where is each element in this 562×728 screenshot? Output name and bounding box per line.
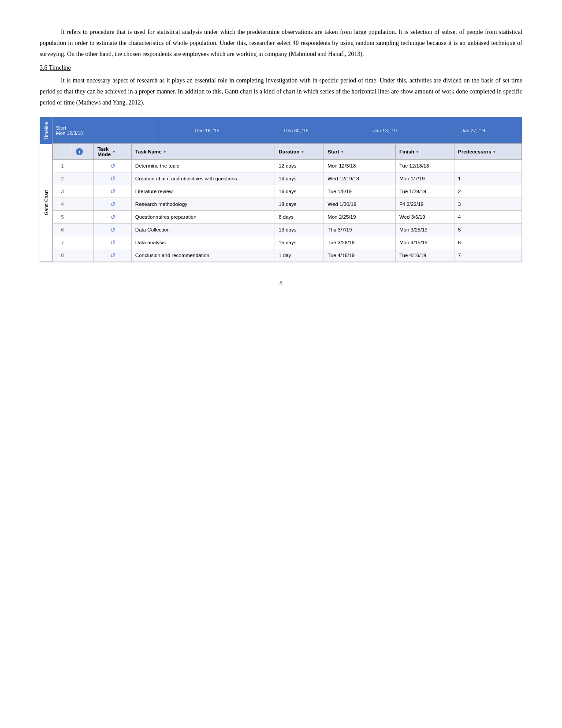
table-row: 3↺Literature review16 daysTue 1/8/19Tue …	[53, 185, 522, 198]
task-mode-icon: ↺	[94, 211, 132, 224]
duration-dropdown-arrow: ▼	[301, 150, 304, 154]
gantt-timeline-info: Start Mon 12/3/18	[52, 117, 158, 143]
task-mode-symbol: ↺	[110, 175, 115, 182]
task-mode-symbol: ↺	[110, 188, 115, 195]
gantt-table: i TaskMode ▼ Task Name ▼	[52, 144, 522, 262]
table-row: 5↺Questionnaires preparation8 daysMon 2/…	[53, 211, 522, 224]
row-info	[72, 224, 94, 236]
date-marker-2: Jan 13, '19	[373, 128, 397, 133]
task-mode-icon: ↺	[94, 224, 132, 236]
task-duration: 18 days	[275, 198, 324, 211]
task-duration: 16 days	[275, 185, 324, 198]
row-number: 4	[53, 198, 72, 211]
row-number: 2	[53, 172, 72, 185]
task-duration: 1 day	[275, 249, 324, 262]
start-dropdown-arrow: ▼	[341, 150, 344, 154]
task-finish: Tue 4/16/19	[396, 249, 454, 262]
row-number: 6	[53, 224, 72, 236]
paragraph-1: It refers to procedure that is used for …	[40, 26, 522, 60]
th-num	[53, 144, 72, 160]
task-name: Questionnaires preparation	[131, 211, 275, 224]
table-row: 8↺Conclusion and recommendation1 dayTue …	[53, 249, 522, 262]
task-start: Thu 3/7/19	[324, 224, 396, 236]
task-mode-dropdown-arrow: ▼	[112, 150, 115, 154]
th-start[interactable]: Start ▼	[324, 144, 396, 160]
row-info	[72, 172, 94, 185]
page-number: 8	[40, 280, 522, 287]
finish-dropdown-arrow: ▼	[416, 150, 419, 154]
task-mode-icon: ↺	[94, 236, 132, 249]
table-row: 4↺Research methodology18 daysWed 1/30/19…	[53, 198, 522, 211]
task-name: Literature review	[131, 185, 275, 198]
section-heading-timeline: 3.6 Timeline	[40, 64, 522, 71]
predecessors-dropdown-arrow: ▼	[493, 150, 496, 154]
table-header-row: i TaskMode ▼ Task Name ▼	[53, 144, 522, 160]
task-duration: 15 days	[275, 236, 324, 249]
task-name: Conclusion and recommendation	[131, 249, 275, 262]
date-marker-0: Dec 16, '18	[195, 128, 219, 133]
row-number: 8	[53, 249, 72, 262]
task-mode-symbol: ↺	[110, 252, 115, 259]
task-mode-symbol: ↺	[110, 213, 115, 220]
th-task-mode[interactable]: TaskMode ▼	[94, 144, 132, 160]
task-mode-icon: ↺	[94, 160, 132, 172]
info-icon: i	[76, 148, 83, 155]
task-mode-symbol: ↺	[110, 239, 115, 246]
row-number: 7	[53, 236, 72, 249]
table-row: 2↺Creation of aim and objectives with qu…	[53, 172, 522, 185]
task-predecessors: 7	[454, 249, 522, 262]
table-row: 1↺Determine the topic12 daysMon 12/3/18T…	[53, 160, 522, 172]
task-start: Tue 3/26/19	[324, 236, 396, 249]
task-mode-symbol: ↺	[110, 162, 115, 169]
task-finish: Mon 4/15/19	[396, 236, 454, 249]
task-duration: 12 days	[275, 160, 324, 172]
task-duration: 14 days	[275, 172, 324, 185]
date-marker-3: Jan 27, '19	[462, 128, 485, 133]
row-info	[72, 198, 94, 211]
task-finish: Mon 1/7/19	[396, 172, 454, 185]
task-start: Tue 4/16/19	[324, 249, 396, 262]
gantt-main-area: Start Mon 12/3/18 Dec 16, '18 Dec 30, '1…	[52, 117, 522, 262]
task-mode-icon: ↺	[94, 172, 132, 185]
table-row: 7↺Data analysis15 daysTue 3/26/19Mon 4/1…	[53, 236, 522, 249]
task-start: Tue 1/8/19	[324, 185, 396, 198]
task-duration: 8 days	[275, 211, 324, 224]
row-number: 3	[53, 185, 72, 198]
row-info	[72, 211, 94, 224]
row-info	[72, 236, 94, 249]
gantt-side-label: Gantt Chart	[40, 144, 52, 262]
th-start-label: Start	[328, 149, 339, 154]
task-start: Mon 12/3/18	[324, 160, 396, 172]
start-label: Start	[56, 125, 154, 131]
th-duration[interactable]: Duration ▼	[275, 144, 324, 160]
task-finish: Fri 2/22/19	[396, 198, 454, 211]
task-predecessors	[454, 160, 522, 172]
th-predecessors-label: Predecessors	[458, 149, 491, 154]
th-finish-label: Finish	[399, 149, 414, 154]
task-name: Data analysis	[131, 236, 275, 249]
th-task-name-label: Task Name	[135, 149, 162, 154]
task-name: Data Collection	[131, 224, 275, 236]
timeline-side-label: Timeline	[40, 117, 52, 144]
row-number: 5	[53, 211, 72, 224]
task-predecessors: 1	[454, 172, 522, 185]
th-finish[interactable]: Finish ▼	[396, 144, 454, 160]
row-info	[72, 249, 94, 262]
row-info	[72, 160, 94, 172]
th-task-mode-label: TaskMode	[97, 146, 111, 157]
task-finish: Tue 12/18/18	[396, 160, 454, 172]
gantt-chart-container: Timeline Gantt Chart Start Mon 12/3/18 D…	[40, 117, 522, 262]
th-predecessors[interactable]: Predecessors ▼	[454, 144, 522, 160]
th-task-name[interactable]: Task Name ▼	[131, 144, 275, 160]
task-finish: Mon 3/25/19	[396, 224, 454, 236]
task-mode-icon: ↺	[94, 198, 132, 211]
task-mode-icon: ↺	[94, 249, 132, 262]
gantt-side-labels: Timeline Gantt Chart	[40, 117, 52, 262]
row-info	[72, 185, 94, 198]
th-info: i	[72, 144, 94, 160]
task-finish: Wed 3/6/19	[396, 211, 454, 224]
date-marker-1: Dec 30, '18	[284, 128, 309, 133]
gantt-timeline-dates: Dec 16, '18 Dec 30, '18 Jan 13, '19 Jan …	[158, 117, 522, 143]
task-predecessors: 5	[454, 224, 522, 236]
task-name: Creation of aim and objectives with ques…	[131, 172, 275, 185]
